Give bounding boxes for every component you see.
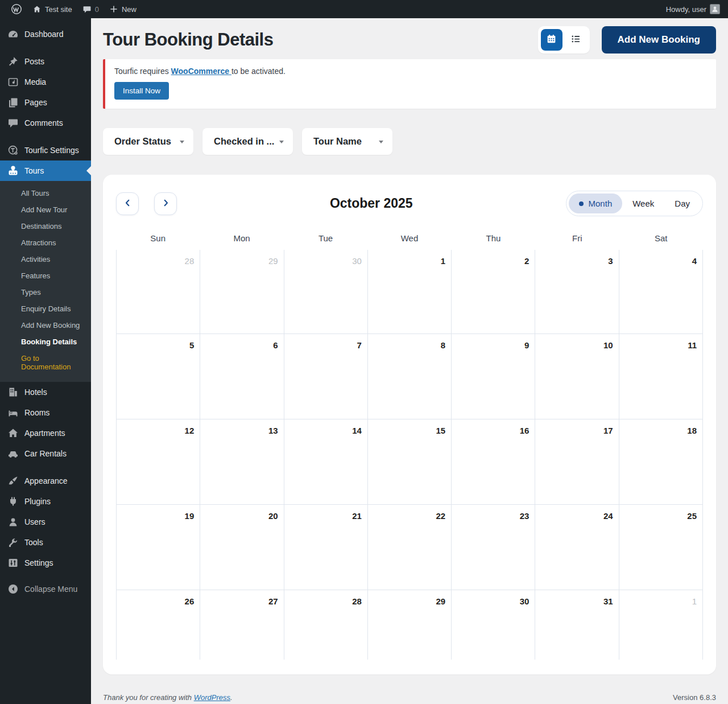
admin-bar: Test site 0 New Howdy, user xyxy=(0,0,728,18)
calendar-day-cell[interactable]: 23 xyxy=(452,505,535,590)
sidebar-item-tours[interactable]: Tours xyxy=(0,160,91,181)
calendar-view-button[interactable] xyxy=(541,29,562,51)
calendar-day-cell[interactable]: 3 xyxy=(535,250,619,334)
sidebar-item-users[interactable]: Users xyxy=(0,512,91,532)
calendar-day-cell[interactable]: 28 xyxy=(117,250,200,334)
calendar-day-cell[interactable]: 10 xyxy=(535,334,619,419)
install-now-button[interactable]: Install Now xyxy=(114,82,169,100)
filter-tour-name[interactable]: Tour Name xyxy=(302,128,392,155)
sidebar-item-label: Rooms xyxy=(24,408,49,417)
day-number: 1 xyxy=(692,596,697,606)
calendar-day-cell[interactable]: 17 xyxy=(535,419,619,505)
calendar-day-cell[interactable]: 6 xyxy=(200,334,284,419)
calendar-day-cell[interactable]: 1 xyxy=(368,250,452,334)
calendar-day-cell[interactable]: 7 xyxy=(284,334,368,419)
view-label: Day xyxy=(675,199,690,208)
sidebar-item-collapse-menu[interactable]: Collapse Menu xyxy=(0,579,91,599)
woocommerce-link[interactable]: WooCommerce xyxy=(171,67,231,76)
calendar-day-cell[interactable]: 24 xyxy=(535,505,619,590)
next-month-button[interactable] xyxy=(154,192,177,215)
calendar-day-cell[interactable]: 31 xyxy=(535,590,619,660)
sidebar-item-comments[interactable]: Comments xyxy=(0,113,91,133)
new-label: New xyxy=(122,5,136,14)
calendar-day-cell[interactable]: 29 xyxy=(368,590,452,660)
calendar-day-cell[interactable]: 30 xyxy=(452,590,535,660)
site-name-menu[interactable]: Test site xyxy=(27,0,77,18)
sidebar-item-tools[interactable]: Tools xyxy=(0,532,91,553)
tours-icon xyxy=(7,165,19,176)
calendar-day-cell[interactable]: 19 xyxy=(117,505,200,590)
submenu-item-features[interactable]: Features xyxy=(0,267,91,284)
sidebar-item-label: Appearance xyxy=(24,476,68,485)
footer-thanks-before: Thank you for creating with xyxy=(103,693,194,702)
sidebar-item-label: Dashboard xyxy=(24,30,64,39)
sidebar-item-posts[interactable]: Posts xyxy=(0,51,91,72)
calendar-day-cell[interactable]: 2 xyxy=(452,250,535,334)
page-header: Tour Booking Details Add New Booking xyxy=(103,26,716,53)
calendar-day-cell[interactable]: 1 xyxy=(619,590,703,660)
sidebar-item-tourfic-settings[interactable]: Tourfic Settings xyxy=(0,140,91,160)
sidebar-item-apartments[interactable]: Apartments xyxy=(0,423,91,443)
view-day-button[interactable]: Day xyxy=(664,194,700,213)
wordpress-logo-menu[interactable] xyxy=(6,0,27,18)
previous-month-button[interactable] xyxy=(116,192,139,215)
sidebar-item-settings[interactable]: Settings xyxy=(0,553,91,573)
submenu-item-destinations[interactable]: Destinations xyxy=(0,218,91,234)
sidebar-item-car-rentals[interactable]: Car Rentals xyxy=(0,443,91,464)
submenu-item-types[interactable]: Types xyxy=(0,284,91,300)
pushpin-icon xyxy=(7,56,19,67)
day-number: 29 xyxy=(268,256,278,266)
calendar-day-cell[interactable]: 15 xyxy=(368,419,452,505)
submenu-item-enquiry-details[interactable]: Enquiry Details xyxy=(0,300,91,317)
day-number: 4 xyxy=(692,256,697,266)
weekday-label-wed: Wed xyxy=(367,233,451,243)
calendar-day-cell[interactable]: 29 xyxy=(200,250,284,334)
submenu-item-attractions[interactable]: Attractions xyxy=(0,234,91,251)
sidebar-item-media[interactable]: Media xyxy=(0,72,91,92)
new-content-menu[interactable]: New xyxy=(104,0,142,18)
calendar-day-cell[interactable]: 22 xyxy=(368,505,452,590)
calendar-day-cell[interactable]: 30 xyxy=(284,250,368,334)
sidebar-item-dashboard[interactable]: Dashboard xyxy=(0,24,91,44)
list-view-button[interactable] xyxy=(565,29,587,51)
calendar-day-cell[interactable]: 25 xyxy=(619,505,703,590)
submenu-item-go-to-documentation[interactable]: Go to Documentation xyxy=(0,350,91,375)
submenu-item-all-tours[interactable]: All Tours xyxy=(0,185,91,201)
my-account-menu[interactable]: Howdy, user xyxy=(661,0,720,18)
calendar-day-cell[interactable]: 14 xyxy=(284,419,368,505)
calendar-day-cell[interactable]: 12 xyxy=(117,419,200,505)
sidebar-item-label: Comments xyxy=(24,118,63,127)
calendar-day-cell[interactable]: 28 xyxy=(284,590,368,660)
add-new-booking-button[interactable]: Add New Booking xyxy=(602,26,716,53)
filter-checked-in-[interactable]: Checked in ... xyxy=(202,128,293,155)
sidebar-item-appearance[interactable]: Appearance xyxy=(0,471,91,491)
day-number: 31 xyxy=(603,596,613,606)
wordpress-link[interactable]: WordPress xyxy=(194,693,230,702)
calendar-day-cell[interactable]: 26 xyxy=(117,590,200,660)
calendar-day-cell[interactable]: 8 xyxy=(368,334,452,419)
comments-menu[interactable]: 0 xyxy=(77,0,104,18)
calendar-day-cell[interactable]: 27 xyxy=(200,590,284,660)
view-week-button[interactable]: Week xyxy=(622,194,664,213)
submenu-item-activities[interactable]: Activities xyxy=(0,251,91,267)
sidebar-item-pages[interactable]: Pages xyxy=(0,92,91,113)
submenu-item-add-new-tour[interactable]: Add New Tour xyxy=(0,201,91,218)
weekday-label-mon: Mon xyxy=(200,233,283,243)
menu-separator xyxy=(0,464,91,471)
sidebar-item-rooms[interactable]: Rooms xyxy=(0,402,91,423)
calendar-day-cell[interactable]: 11 xyxy=(619,334,703,419)
calendar-day-cell[interactable]: 18 xyxy=(619,419,703,505)
calendar-day-cell[interactable]: 16 xyxy=(452,419,535,505)
submenu-item-add-new-booking[interactable]: Add New Booking xyxy=(0,317,91,334)
submenu-item-booking-details[interactable]: Booking Details xyxy=(0,334,91,350)
sidebar-item-hotels[interactable]: Hotels xyxy=(0,382,91,402)
calendar-day-cell[interactable]: 4 xyxy=(619,250,703,334)
calendar-day-cell[interactable]: 21 xyxy=(284,505,368,590)
filter-order-status[interactable]: Order Status xyxy=(103,128,193,155)
calendar-day-cell[interactable]: 9 xyxy=(452,334,535,419)
calendar-day-cell[interactable]: 13 xyxy=(200,419,284,505)
view-month-button[interactable]: Month xyxy=(569,194,623,213)
calendar-day-cell[interactable]: 5 xyxy=(117,334,200,419)
sidebar-item-plugins[interactable]: Plugins xyxy=(0,491,91,512)
calendar-day-cell[interactable]: 20 xyxy=(200,505,284,590)
